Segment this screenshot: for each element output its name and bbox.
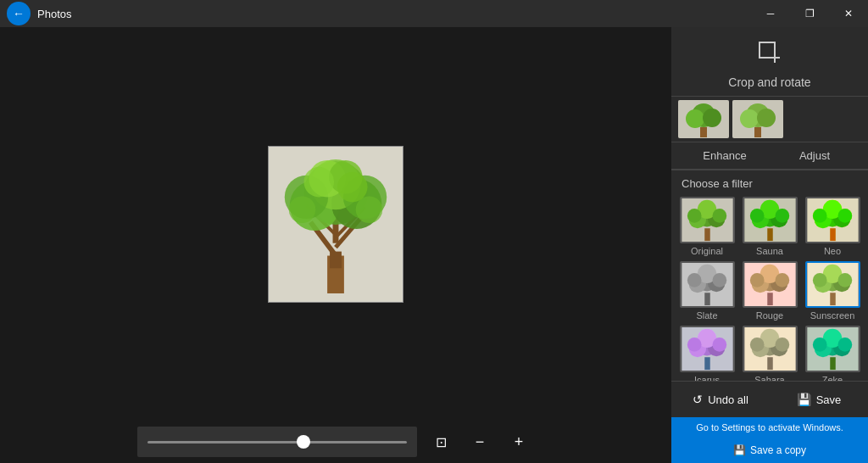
svg-point-17 — [356, 196, 383, 223]
minimize-button[interactable]: ─ — [751, 0, 790, 27]
activate-text: Go to Settings to activate Windows. — [696, 422, 843, 432]
filter-thumb-rouge — [743, 261, 798, 308]
edit-panel: Crop and rotate Enhance Adjust Cho — [671, 27, 868, 463]
svg-rect-98 — [830, 357, 835, 370]
filter-label-zeke: Zeke — [822, 375, 843, 381]
filter-item-sahara[interactable]: Sahara — [741, 326, 798, 381]
back-icon: ← — [13, 7, 25, 20]
close-button[interactable]: ✕ — [829, 0, 868, 27]
filter-label-neo: Neo — [824, 246, 841, 256]
svg-point-103 — [812, 337, 826, 352]
svg-point-55 — [812, 209, 826, 223]
svg-point-48 — [775, 209, 789, 223]
image-display-area — [0, 27, 671, 421]
filter-label-sahara: Sahara — [754, 375, 784, 381]
panel-header: Crop and rotate — [671, 27, 868, 97]
svg-point-87 — [687, 337, 701, 352]
svg-rect-58 — [704, 293, 709, 305]
tab-enhance[interactable]: Enhance — [680, 142, 770, 169]
crop-rotate-icon — [756, 39, 783, 72]
top-filter-strip — [671, 97, 868, 142]
photo-canvas — [268, 146, 403, 303]
footer-buttons: ↺ Undo all 💾 Save — [671, 381, 868, 417]
panel-footer: ↺ Undo all 💾 Save Go to Settings to acti… — [671, 381, 868, 463]
save-copy-button[interactable]: 💾 Save a copy — [671, 438, 868, 463]
restore-button[interactable]: ❐ — [790, 0, 829, 27]
svg-point-19 — [337, 171, 368, 202]
filter-thumb-sauna — [743, 197, 798, 243]
svg-rect-90 — [767, 357, 772, 370]
titlebar: ← Photos ─ ❐ ✕ — [0, 0, 868, 27]
image-viewer: ⊡ − + — [0, 27, 671, 463]
svg-point-30 — [740, 109, 759, 128]
filter-thumb-sunscreen — [805, 261, 860, 308]
zoom-slider-container — [137, 427, 417, 457]
save-copy-label: Save a copy — [750, 444, 806, 456]
filter-item-neo[interactable]: Neo — [804, 197, 861, 256]
filter-item-zeke[interactable]: Zeke — [804, 326, 861, 381]
svg-rect-82 — [704, 357, 709, 370]
filter-item-original[interactable]: Original — [678, 197, 736, 256]
filter-item-rouge[interactable]: Rouge — [741, 261, 798, 321]
filter-section-title: Choose a filter — [678, 177, 861, 190]
crop-tool-button[interactable]: ⊡ — [426, 427, 456, 457]
svg-rect-20 — [760, 42, 775, 58]
filter-item-sauna[interactable]: Sauna — [741, 197, 798, 256]
zoom-out-button[interactable]: − — [465, 427, 495, 457]
svg-point-56 — [837, 209, 852, 223]
tree-image-svg — [269, 147, 403, 302]
filter-thumb-slate — [680, 261, 735, 308]
strip-thumb-2[interactable] — [732, 100, 783, 138]
save-button[interactable]: 💾 Save — [770, 382, 868, 417]
crop-label: Crop and rotate — [728, 75, 810, 89]
activate-windows-banner[interactable]: Go to Settings to activate Windows. — [671, 417, 868, 438]
filter-label-sunscreen: Sunscreen — [810, 310, 855, 321]
filter-thumb-neo — [805, 197, 860, 243]
svg-rect-27 — [700, 127, 707, 137]
svg-point-64 — [712, 273, 726, 287]
filter-label-slate: Slate — [696, 310, 717, 321]
svg-point-39 — [687, 209, 701, 223]
svg-point-95 — [749, 337, 764, 352]
filter-label-sauna: Sauna — [756, 246, 783, 256]
svg-point-88 — [712, 337, 726, 352]
filter-thumb-icarus — [680, 326, 735, 372]
svg-point-72 — [775, 273, 789, 287]
window-controls: ─ ❐ ✕ — [751, 0, 868, 27]
svg-rect-74 — [830, 293, 835, 305]
svg-rect-50 — [830, 228, 835, 241]
svg-rect-42 — [767, 228, 772, 241]
svg-rect-32 — [754, 127, 761, 137]
save-label: Save — [816, 393, 842, 406]
edit-tabs: Enhance Adjust — [671, 142, 868, 170]
zoom-in-button[interactable]: + — [504, 427, 534, 457]
svg-rect-34 — [704, 228, 709, 241]
filter-thumb-zeke — [805, 326, 860, 372]
strip-thumb-1[interactable] — [678, 100, 729, 138]
zoom-slider-track[interactable] — [147, 441, 407, 443]
save-copy-icon: 💾 — [733, 444, 746, 456]
filter-item-slate[interactable]: Slate — [678, 261, 736, 321]
zoom-slider-thumb[interactable] — [297, 435, 310, 449]
filter-thumb-sahara — [743, 326, 798, 372]
undo-all-button[interactable]: ↺ Undo all — [671, 382, 770, 417]
app-title: Photos — [37, 8, 71, 20]
save-icon: 💾 — [797, 393, 811, 406]
svg-point-47 — [749, 209, 764, 223]
svg-point-63 — [687, 273, 701, 287]
filter-label-icarus: Icarus — [694, 375, 720, 381]
filter-grid: Original Sauna Neo Slate Rouge — [678, 197, 861, 381]
filter-thumb-original — [680, 197, 735, 243]
svg-point-25 — [686, 109, 704, 128]
svg-point-40 — [712, 209, 726, 223]
main-layout: ⊡ − + Crop and rotate — [0, 27, 868, 463]
filter-item-icarus[interactable]: Icarus — [678, 326, 736, 381]
svg-point-79 — [812, 273, 826, 287]
filter-item-sunscreen[interactable]: Sunscreen — [804, 261, 861, 321]
svg-rect-66 — [767, 293, 772, 305]
filter-label-rouge: Rouge — [756, 310, 783, 321]
svg-point-80 — [837, 273, 852, 287]
back-button[interactable]: ← — [7, 2, 31, 25]
viewer-toolbar: ⊡ − + — [0, 421, 671, 463]
tab-adjust[interactable]: Adjust — [770, 142, 860, 169]
